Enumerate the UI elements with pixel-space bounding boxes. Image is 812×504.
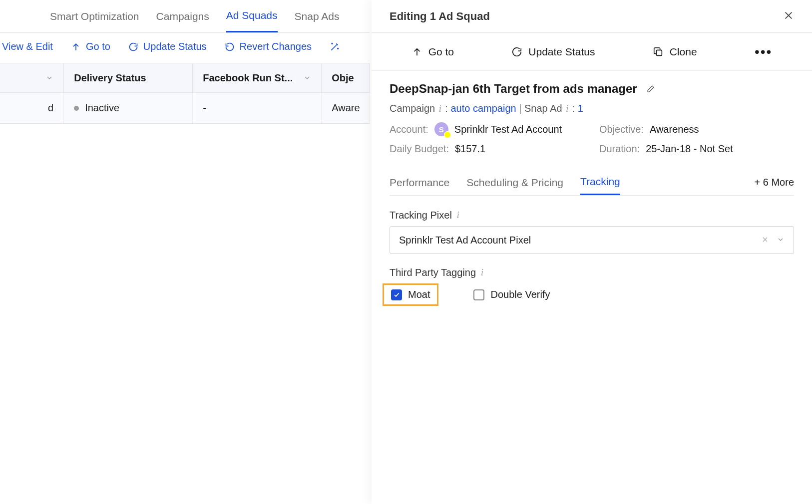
arrow-up-icon: [411, 46, 422, 57]
budget-label: Daily Budget:: [390, 143, 449, 155]
entity-title-row: DeepSnap-jan 6th Target from ads manager: [390, 82, 794, 96]
col-fb-run-status[interactable]: Facebook Run St...: [193, 63, 322, 92]
budget-value: $157.1: [455, 143, 485, 155]
cell-fb-run: -: [193, 93, 322, 123]
clear-pixel-button[interactable]: [762, 235, 769, 246]
panel-update-status-label: Update Status: [528, 46, 595, 58]
entity-name: DeepSnap-jan 6th Target from ads manager: [390, 82, 637, 96]
panel-clone-label: Clone: [670, 46, 697, 58]
moat-label: Moat: [408, 289, 430, 300]
panel-go-to-button[interactable]: Go to: [411, 46, 454, 58]
col-objective-label: Obje: [332, 72, 354, 84]
chevron-down-icon: [45, 74, 53, 82]
panel-update-status-button[interactable]: Update Status: [511, 46, 595, 58]
update-status-button[interactable]: Update Status: [128, 41, 207, 52]
info-icon[interactable]: i: [481, 267, 483, 278]
status-dot-icon: [74, 106, 79, 111]
left-toolbar: View & Edit Go to Update Status Revert C…: [0, 33, 370, 60]
checkbox-checked-icon: [391, 289, 402, 300]
campaign-link[interactable]: auto campaign: [450, 103, 516, 114]
col-fb-run-status-label: Facebook Run St...: [203, 72, 293, 84]
update-status-label: Update Status: [143, 41, 207, 52]
account-avatar: S: [434, 122, 448, 136]
cell-objective: Aware: [322, 93, 370, 123]
objective-label: Objective:: [599, 124, 644, 135]
revert-changes-button[interactable]: Revert Changes: [225, 41, 312, 52]
tagging-label-row: Third Party Tagging i: [390, 267, 794, 278]
panel-clone-button[interactable]: Clone: [653, 46, 697, 58]
table: Delivery Status Facebook Run St... Obje …: [0, 63, 370, 124]
tab-snap-ads[interactable]: Snap Ads: [295, 1, 340, 32]
cell-delivery-status: Inactive: [64, 93, 193, 123]
info-icon[interactable]: i: [439, 104, 441, 114]
moat-checkbox[interactable]: Moat: [391, 289, 430, 300]
account-value: Sprinklr Test Ad Account: [454, 124, 562, 135]
open-pixel-dropdown[interactable]: [777, 235, 785, 246]
panel-more-button[interactable]: •••: [755, 44, 772, 60]
panel-go-to-label: Go to: [428, 46, 454, 58]
tab-smart-optimization[interactable]: Smart Optimization: [50, 1, 139, 32]
chevron-down-icon: [777, 236, 785, 244]
moat-highlight: Moat: [383, 283, 438, 306]
subtab-tracking[interactable]: Tracking: [580, 170, 620, 195]
tab-campaigns[interactable]: Campaigns: [156, 1, 209, 32]
magic-button[interactable]: [330, 42, 340, 52]
col-objective[interactable]: Obje: [322, 63, 370, 92]
tab-ad-squads[interactable]: Ad Squads: [226, 0, 278, 32]
x-icon: [762, 236, 769, 243]
panel-body: DeepSnap-jan 6th Target from ads manager…: [372, 71, 812, 504]
view-edit-label: View & Edit: [2, 41, 53, 52]
tracking-pixel-label: Tracking Pixel: [390, 210, 452, 221]
third-party-tagging-field: Third Party Tagging i Moat Double Verify: [390, 267, 794, 306]
kv-grid: Account: S Sprinklr Test Ad Account Obje…: [390, 122, 794, 155]
close-button[interactable]: [783, 9, 794, 23]
kv-duration: Duration: 25-Jan-18 - Not Set: [599, 143, 794, 155]
kv-objective: Objective: Awareness: [599, 122, 794, 136]
more-dots-icon: •••: [755, 44, 772, 59]
magic-wand-icon: [330, 42, 340, 52]
go-to-label: Go to: [86, 41, 110, 52]
tracking-pixel-select[interactable]: Sprinklr Test Ad Account Pixel: [390, 226, 794, 254]
chevron-down-icon: [303, 74, 311, 82]
snapchat-badge-icon: [444, 131, 451, 138]
duration-value: 25-Jan-18 - Not Set: [646, 143, 733, 155]
objective-value: Awareness: [650, 124, 699, 135]
svg-rect-0: [656, 50, 662, 55]
status-text: Inactive: [85, 102, 119, 114]
panel-title: Editing 1 Ad Squad: [390, 10, 490, 23]
revert-changes-label: Revert Changes: [240, 41, 312, 52]
view-edit-button[interactable]: View & Edit: [2, 41, 53, 52]
clone-icon: [653, 46, 664, 57]
kv-account: Account: S Sprinklr Test Ad Account: [390, 122, 589, 136]
tracking-pixel-value: Sprinklr Test Ad Account Pixel: [399, 235, 531, 246]
kv-budget: Daily Budget: $157.1: [390, 143, 589, 155]
refresh-check-icon: [128, 42, 138, 52]
tagging-checkbox-row: Moat Double Verify: [390, 283, 794, 306]
snapad-link[interactable]: 1: [578, 103, 583, 114]
meta-line: Campaign i : auto campaign | Snap Ad i :…: [390, 103, 794, 114]
main-tabs: Smart Optimization Campaigns Ad Squads S…: [0, 0, 370, 33]
subtab-scheduling[interactable]: Scheduling & Pricing: [466, 171, 563, 195]
checkbox-unchecked-icon: [473, 289, 484, 300]
go-to-button[interactable]: Go to: [71, 41, 110, 52]
close-icon: [783, 10, 794, 21]
info-icon[interactable]: i: [457, 210, 459, 221]
account-label: Account:: [390, 124, 428, 135]
arrow-up-icon: [71, 42, 81, 52]
duration-label: Duration:: [599, 143, 640, 155]
edit-name-button[interactable]: [646, 84, 655, 93]
edit-panel: Editing 1 Ad Squad Go to Update Status C…: [372, 0, 812, 504]
subtab-performance[interactable]: Performance: [390, 171, 449, 195]
panel-actions: Go to Update Status Clone •••: [372, 33, 812, 71]
cell-0: d: [0, 93, 64, 123]
dv-label: Double Verify: [490, 289, 550, 300]
table-header: Delivery Status Facebook Run St... Obje: [0, 63, 370, 93]
tagging-label: Third Party Tagging: [390, 267, 476, 278]
info-icon[interactable]: i: [566, 104, 568, 114]
double-verify-checkbox[interactable]: Double Verify: [473, 289, 550, 300]
subtab-more[interactable]: + 6 More: [755, 177, 794, 188]
col-0[interactable]: [0, 63, 64, 92]
panel-sub-tabs: Performance Scheduling & Pricing Trackin…: [390, 170, 794, 196]
table-row[interactable]: d Inactive - Aware: [0, 93, 370, 124]
col-delivery-status[interactable]: Delivery Status: [64, 63, 193, 92]
